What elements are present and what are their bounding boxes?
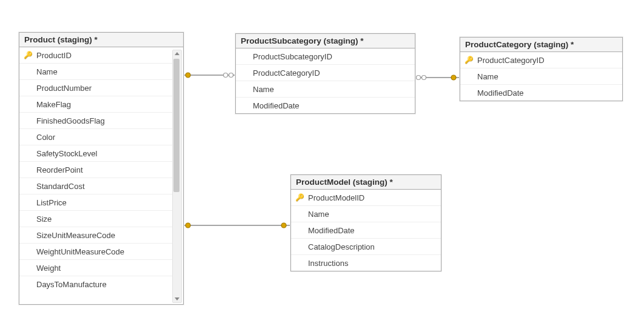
column-name: ProductID: [34, 51, 170, 60]
table-column[interactable]: Instructions: [291, 255, 441, 271]
table-product-category[interactable]: ProductCategory (staging) * 🔑ProductCate…: [460, 37, 623, 101]
column-name: Size: [34, 214, 170, 224]
svg-point-2: [224, 73, 228, 78]
table-column[interactable]: ProductNumber: [19, 80, 173, 96]
column-name: ProductCategoryID: [250, 68, 411, 78]
table-title: ProductCategory (staging) *: [465, 40, 574, 49]
table-header[interactable]: Product (staging) *: [19, 33, 183, 47]
column-name: ReorderPoint: [34, 165, 170, 174]
column-name: ProductCategoryID: [475, 56, 619, 65]
svg-point-10: [281, 223, 286, 228]
table-column[interactable]: SafetyStockLevel: [19, 145, 173, 162]
column-list: ProductSubcategoryID ProductCategoryID N…: [236, 48, 415, 113]
column-name: SafetyStockLevel: [34, 149, 170, 158]
column-name: CatalogDescription: [306, 242, 437, 251]
column-name: Name: [475, 72, 619, 81]
table-product[interactable]: Product (staging) * 🔑ProductID Name Prod…: [19, 32, 184, 305]
column-name: ProductModelID: [306, 193, 437, 202]
column-name: StandardCost: [34, 182, 170, 191]
table-column[interactable]: 🔑ProductID: [19, 47, 173, 64]
diagram-canvas: Product (staging) * 🔑ProductID Name Prod…: [0, 0, 644, 332]
column-name: ListPrice: [34, 198, 170, 207]
table-column[interactable]: ReorderPoint: [19, 162, 173, 178]
table-header[interactable]: ProductSubcategory (staging) *: [236, 34, 415, 48]
column-name: Name: [306, 210, 437, 219]
column-name: Instructions: [306, 259, 437, 268]
column-name: SizeUnitMeasureCode: [34, 231, 170, 240]
column-name: Name: [34, 67, 170, 76]
table-column[interactable]: ModifiedDate: [291, 222, 441, 239]
table-column[interactable]: SizeUnitMeasureCode: [19, 227, 173, 244]
table-column[interactable]: 🔑ProductModelID: [291, 190, 441, 206]
column-name: Weight: [34, 264, 170, 273]
scroll-thumb[interactable]: [173, 59, 179, 192]
table-column[interactable]: ProductSubcategoryID: [236, 48, 415, 65]
table-column[interactable]: Name: [236, 81, 415, 98]
table-column[interactable]: Name: [19, 64, 173, 80]
table-column[interactable]: CatalogDescription: [291, 239, 441, 255]
scrollbar[interactable]: [172, 50, 182, 303]
table-column[interactable]: ModifiedDate: [460, 85, 622, 101]
table-column[interactable]: Size: [19, 211, 173, 227]
svg-point-1: [186, 73, 190, 78]
key-icon: 🔑: [293, 193, 306, 202]
table-header[interactable]: ProductModel (staging) *: [291, 175, 441, 190]
key-icon: 🔑: [463, 56, 475, 64]
table-title: ProductModel (staging) *: [296, 178, 393, 187]
scroll-down-icon[interactable]: [175, 297, 179, 300]
table-column[interactable]: ModifiedDate: [236, 98, 415, 113]
column-list: 🔑ProductCategoryID Name ModifiedDate: [460, 52, 622, 101]
key-icon: 🔑: [22, 51, 34, 59]
svg-point-9: [186, 223, 190, 228]
column-name: ProductSubcategoryID: [250, 52, 411, 61]
column-name: ModifiedDate: [250, 101, 411, 110]
column-name: MakeFlag: [34, 100, 170, 109]
column-name: FinishedGoodsFlag: [34, 116, 170, 125]
svg-point-7: [451, 75, 456, 80]
table-column[interactable]: Color: [19, 129, 173, 145]
scroll-up-icon[interactable]: [175, 52, 179, 55]
column-name: ProductNumber: [34, 84, 170, 93]
table-title: ProductSubcategory (staging) *: [241, 36, 364, 45]
svg-point-6: [422, 76, 426, 80]
table-product-model[interactable]: ProductModel (staging) * 🔑ProductModelID…: [290, 174, 441, 271]
table-column[interactable]: ProductCategoryID: [236, 65, 415, 81]
table-product-subcategory[interactable]: ProductSubcategory (staging) * ProductSu…: [235, 33, 415, 114]
table-column[interactable]: FinishedGoodsFlag: [19, 113, 173, 129]
table-column[interactable]: WeightUnitMeasureCode: [19, 244, 173, 260]
column-list: 🔑ProductModelID Name ModifiedDate Catalo…: [291, 190, 441, 271]
svg-point-5: [417, 76, 421, 80]
column-name: Name: [250, 85, 411, 94]
column-name: Color: [34, 133, 170, 142]
table-column[interactable]: Name: [291, 206, 441, 222]
table-column[interactable]: DaysToManufacture: [19, 276, 173, 292]
table-column[interactable]: 🔑ProductCategoryID: [460, 52, 622, 68]
table-column[interactable]: Name: [460, 68, 622, 85]
svg-point-3: [229, 73, 233, 78]
column-name: ModifiedDate: [475, 88, 619, 98]
table-column[interactable]: Weight: [19, 260, 173, 276]
table-column[interactable]: StandardCost: [19, 178, 173, 194]
table-column[interactable]: ListPrice: [19, 194, 173, 211]
column-name: DaysToManufacture: [34, 280, 170, 289]
column-name: WeightUnitMeasureCode: [34, 247, 170, 256]
column-list: 🔑ProductID Name ProductNumber MakeFlag F…: [19, 47, 173, 292]
column-name: ModifiedDate: [306, 226, 437, 235]
table-title: Product (staging) *: [24, 35, 98, 44]
table-column[interactable]: MakeFlag: [19, 96, 173, 113]
table-header[interactable]: ProductCategory (staging) *: [460, 38, 622, 52]
